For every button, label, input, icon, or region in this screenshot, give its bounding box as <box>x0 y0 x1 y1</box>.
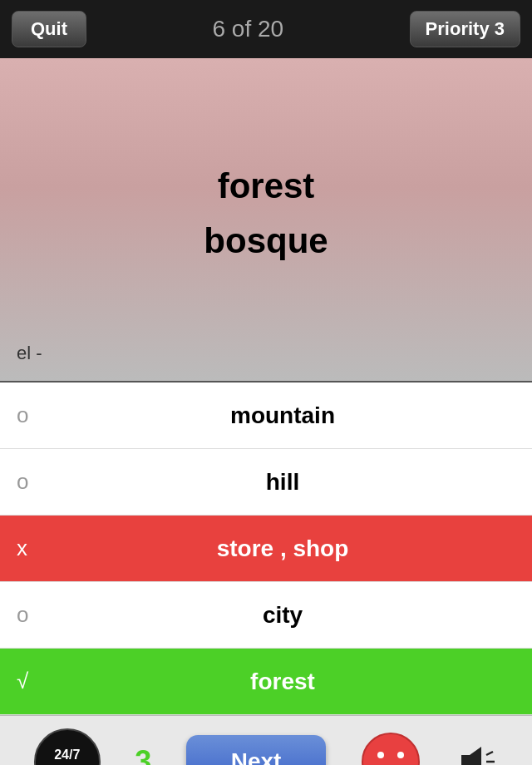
answer-row[interactable]: ocity <box>0 582 532 649</box>
answer-marker: o <box>17 602 50 628</box>
word-spanish: bosque <box>204 221 328 261</box>
quit-button[interactable]: Quit <box>12 11 86 47</box>
svg-point-0 <box>362 733 419 766</box>
priority-button[interactable]: Priority 3 <box>410 11 520 47</box>
answer-marker: o <box>17 402 50 428</box>
article-hint: el - <box>17 343 42 364</box>
answers-area: omountainohillxstore , shopocity√forest <box>0 382 532 715</box>
answer-marker: x <box>17 536 50 561</box>
answer-row[interactable]: xstore , shop <box>0 516 532 582</box>
sad-face-icon[interactable] <box>361 732 421 766</box>
svg-marker-3 <box>461 747 481 766</box>
bottom-bar: 24/7 TUTOR 3 Next <box>0 715 532 765</box>
answer-text: forest <box>50 669 515 695</box>
tutor-badge[interactable]: 24/7 TUTOR <box>34 728 101 766</box>
answer-row[interactable]: omountain <box>0 382 532 449</box>
progress-text: 6 of 20 <box>212 16 283 42</box>
score-count: 3 <box>135 744 151 766</box>
svg-point-1 <box>377 752 384 758</box>
svg-point-2 <box>397 752 404 758</box>
answer-row[interactable]: √forest <box>0 649 532 715</box>
top-bar: Quit 6 of 20 Priority 3 <box>0 0 532 58</box>
answer-marker: o <box>17 469 50 495</box>
answer-text: city <box>50 602 515 629</box>
answer-row[interactable]: ohill <box>0 449 532 516</box>
svg-line-4 <box>486 752 493 755</box>
speaker-icon[interactable] <box>455 740 498 766</box>
answer-text: store , shop <box>50 536 515 562</box>
card-area: forest bosque el - <box>0 58 532 382</box>
answer-text: hill <box>50 469 515 496</box>
tutor-top-label: 24/7 <box>54 747 80 763</box>
word-english: forest <box>218 166 315 206</box>
answer-marker: √ <box>17 669 50 694</box>
answer-text: mountain <box>50 402 515 429</box>
next-button[interactable]: Next <box>186 735 327 766</box>
